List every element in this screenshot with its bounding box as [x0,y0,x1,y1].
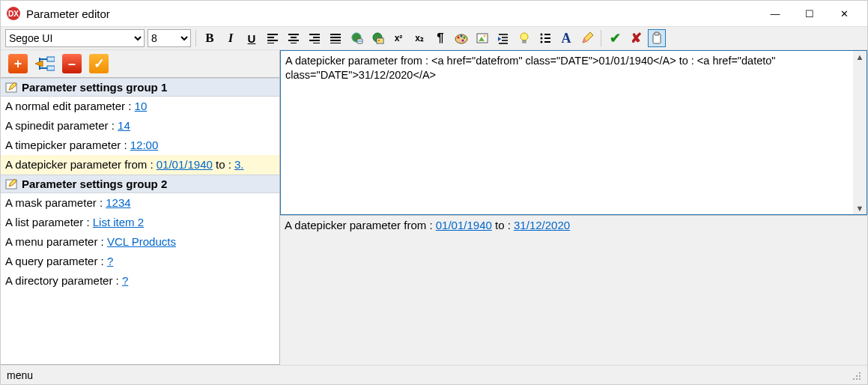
underline-button[interactable]: U [243,29,261,47]
status-bar: menu [1,365,867,384]
param-row[interactable]: A menu parameter : VCL Products [1,232,279,252]
svg-rect-53 [47,57,55,61]
svg-point-64 [859,378,861,380]
param-row[interactable]: A spinedit parameter : 14 [1,116,279,136]
minimize-button[interactable]: — [758,2,792,25]
toolbar-separator [195,30,196,46]
param-label: A datepicker parameter from : [5,158,157,171]
param-label: A list parameter : [5,216,93,228]
param-label: A timepicker parameter : [5,139,130,151]
pilcrow-button[interactable]: ¶ [431,29,449,47]
edit-group-icon [5,178,17,190]
param-label: A normal edit parameter : [5,100,135,112]
add-button[interactable]: + [8,54,28,73]
align-left-button[interactable] [264,29,282,47]
param-label: A menu parameter : [5,235,107,248]
clipboard-icon[interactable] [648,29,666,47]
align-center-button[interactable] [285,29,303,47]
param-value-link[interactable]: 1234 [106,196,130,209]
maximize-button[interactable]: ☐ [792,2,827,25]
param-value-link[interactable]: 12:00 [130,139,159,151]
svg-point-61 [859,375,861,377]
param-row[interactable]: A directory parameter : ? [1,271,279,291]
svg-point-62 [853,378,855,380]
svg-marker-36 [498,37,501,41]
group-header[interactable]: Parameter settings group 2 [1,175,279,193]
svg-point-41 [541,41,543,43]
svg-point-40 [541,37,543,40]
scroll-down-icon[interactable]: ▼ [856,204,864,213]
parameter-tree[interactable]: Parameter settings group 1 A normal edit… [1,77,279,365]
param-value-link[interactable]: ? [107,255,113,267]
preview-link-from[interactable]: 01/01/1940 [436,219,492,231]
tree-insert-button[interactable] [35,54,55,73]
svg-point-63 [856,378,858,380]
svg-point-59 [859,372,861,374]
font-name-select[interactable]: Segoe UI [5,29,145,47]
pencil-icon[interactable] [578,29,596,47]
align-right-button[interactable] [306,29,324,47]
svg-point-37 [521,33,528,40]
svg-point-31 [484,35,486,37]
globe-picture-icon[interactable] [368,29,386,47]
param-value-link[interactable]: VCL Products [107,235,176,248]
apply-button[interactable]: ✓ [89,54,109,73]
param-row[interactable]: A normal edit parameter : 10 [1,97,279,116]
param-label-trail: to : [213,158,234,171]
editor-container: A datepicker parameter from : <a href="d… [280,50,867,215]
title-bar: DX Parameter editor — ☐ ✕ [1,1,867,26]
param-row[interactable]: A mask parameter : 1234 [1,193,279,213]
globe-link-icon[interactable] [347,29,365,47]
app-icon: DX [7,7,20,20]
font-size-select[interactable]: 8 [148,29,191,47]
param-value-link[interactable]: List item 2 [93,216,144,228]
palette-icon[interactable] [452,29,470,47]
superscript-button[interactable]: x² [389,29,407,47]
group-header[interactable]: Parameter settings group 1 [1,78,279,97]
toolbar-separator [601,30,601,46]
picture-icon[interactable] [473,29,491,47]
subscript-button[interactable]: x₂ [410,29,428,47]
confirm-icon[interactable]: ✔ [606,29,624,47]
param-row[interactable]: A query parameter : ? [1,252,279,271]
param-label: A query parameter : [5,255,107,267]
param-value-link[interactable]: 14 [118,119,130,132]
editor-scrollbar[interactable]: ▲ ▼ [853,51,867,214]
delete-button[interactable]: – [62,54,82,73]
font-glyph-icon[interactable]: A [557,29,575,47]
align-justify-button[interactable] [327,29,345,47]
param-label: A mask parameter : [5,196,106,209]
svg-point-39 [541,34,543,36]
svg-point-28 [462,40,464,42]
param-value-link[interactable]: 10 [135,100,148,112]
bulb-icon[interactable] [515,29,533,47]
list-icon[interactable] [536,29,554,47]
edit-group-icon [5,82,17,94]
preview-link-to[interactable]: 31/12/2020 [514,219,570,231]
param-row-selected[interactable]: A datepicker parameter from : 01/01/1940… [1,155,279,175]
svg-point-25 [458,37,460,39]
param-value-link-trail[interactable]: 3. [234,158,244,171]
close-button[interactable]: ✕ [827,2,861,25]
status-text: menu [7,369,33,381]
param-value-link[interactable]: ? [122,274,128,287]
param-label: A spinedit parameter : [5,119,118,132]
app-window: DX Parameter editor — ☐ ✕ Segoe UI 8 B I… [0,0,868,385]
indent-icon[interactable] [494,29,512,47]
param-row[interactable]: A timepicker parameter : 12:00 [1,136,279,155]
italic-button[interactable]: I [222,29,240,47]
main-area: + – ✓ Parameter settings group 1 A norma… [1,50,867,365]
cancel-icon[interactable]: ✘ [627,29,645,47]
resize-grip-icon[interactable] [851,370,861,381]
bold-button[interactable]: B [201,29,219,47]
svg-rect-54 [47,66,55,70]
scroll-up-icon[interactable]: ▲ [856,52,864,61]
svg-rect-22 [377,39,383,43]
source-editor[interactable]: A datepicker parameter from : <a href="d… [281,51,853,214]
param-row[interactable]: A list parameter : List item 2 [1,213,279,232]
svg-rect-38 [523,40,526,43]
right-pane: A datepicker parameter from : <a href="d… [280,50,867,365]
sidebar-toolbar: + – ✓ [1,50,279,77]
param-value-link[interactable]: 01/01/1940 [157,158,213,171]
svg-rect-48 [655,32,659,35]
